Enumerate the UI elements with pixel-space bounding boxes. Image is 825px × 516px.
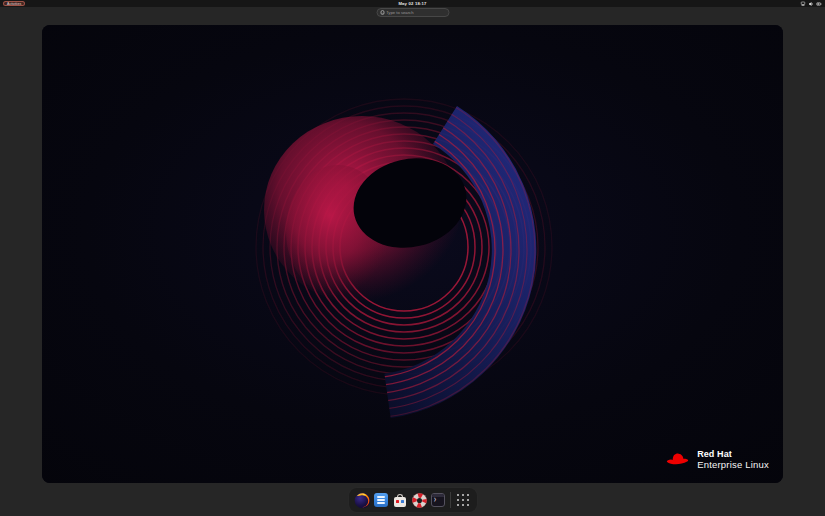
network-icon [800,1,806,7]
terminal-icon: ❯ [431,493,445,507]
dock-item-terminal[interactable]: ❯ [430,492,447,509]
volume-icon [808,1,814,7]
wallpaper-art [42,25,783,483]
files-icon [374,493,388,507]
brand-logo: Red Hat Enterprise Linux [665,450,769,470]
activities-label: Activities [7,2,21,6]
brand-subtitle: Enterprise Linux [697,460,769,470]
show-applications-button[interactable] [455,492,472,509]
dock-item-software[interactable] [392,492,409,509]
top-bar: Activities May 02 18:17 [0,0,825,7]
power-icon [816,1,822,7]
dock-item-help[interactable] [411,492,428,509]
dock-item-files[interactable] [373,492,390,509]
dash: ❯ [348,487,478,513]
activities-button[interactable]: Activities [3,1,25,6]
search-input[interactable] [386,10,445,15]
firefox-icon [354,492,371,509]
clock-button[interactable]: May 02 18:17 [398,0,426,7]
search-bar [376,8,449,17]
dock-separator [450,492,451,508]
dock-item-firefox[interactable] [354,492,371,509]
software-icon [393,493,407,507]
app-grid-icon [457,494,470,507]
red-hat-fedora-icon [665,450,692,469]
search-icon [380,10,384,14]
help-lifebuoy-icon [411,492,428,509]
clock-label: May 02 18:17 [398,1,426,6]
system-menu-button[interactable] [800,0,822,7]
workspace-preview[interactable]: Red Hat Enterprise Linux [42,25,783,483]
